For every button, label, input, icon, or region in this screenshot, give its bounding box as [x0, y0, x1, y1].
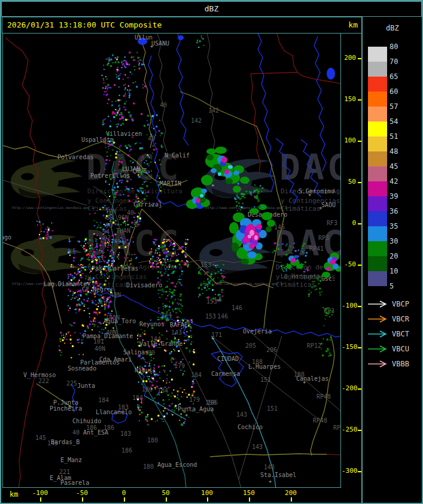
radar-map: DACCDirección de Agriculturay Contingenc…: [2, 33, 341, 488]
bottom-axis-tick-label: -50: [69, 489, 95, 497]
dbz-scale-tick-label: 20: [389, 253, 407, 260]
dbz-scale-tick-label: 51: [389, 133, 407, 141]
timestamp: 2026/01/31 13:18:00 UTC Composite: [7, 17, 162, 33]
dbz-scale-tick-label: 45: [389, 163, 407, 171]
dbz-scale-swatch: [368, 166, 387, 181]
dbz-scale-swatch: [368, 181, 387, 196]
right-axis-tick-label: 0: [342, 220, 356, 227]
dbz-scale-tick-label: 54: [389, 118, 407, 126]
bottom-axis-unit: km: [10, 490, 18, 499]
dbz-scale-swatch: [368, 136, 387, 151]
bottom-axis-tick-label: 200: [278, 489, 304, 497]
dbz-scale-title: dBZ: [386, 24, 399, 32]
dbz-scale-tick-label: 57: [389, 103, 407, 111]
right-axis-tick-label: 200: [342, 54, 356, 62]
panel-divider: [361, 17, 363, 503]
dbz-scale-tick-label: 35: [389, 223, 407, 230]
dbz-scale-tick-label: 42: [389, 178, 407, 186]
dbz-scale-swatch: [368, 211, 387, 226]
bottom-axis: km -100-50050100150200: [2, 488, 361, 503]
dbz-scale-swatch: [368, 226, 387, 241]
dbz-scale-swatch: [368, 241, 387, 256]
bottom-axis-tick: [249, 497, 250, 502]
bottom-axis-tick-label: 50: [153, 489, 179, 497]
dbz-scale-swatch: [368, 122, 387, 136]
km-unit-label: km: [348, 17, 358, 33]
dbz-scale-tick-label: 60: [389, 88, 407, 96]
vector-legend-label: VBCP: [392, 300, 409, 308]
right-axis-tick-label: -150: [342, 344, 356, 351]
right-axis-tick-label: 150: [342, 96, 356, 103]
right-axis-tick-label: -50: [342, 261, 356, 268]
dbz-scale-tick-label: 70: [389, 58, 407, 66]
bottom-axis-tick: [82, 497, 83, 502]
dbz-scale-tick-label: 80: [389, 43, 407, 51]
vector-arrow-icon: [367, 315, 389, 323]
dbz-scale-swatch: [368, 107, 387, 122]
right-axis: 200150100500-50-100-150-200-250-300: [342, 33, 361, 488]
bottom-axis-tick: [291, 497, 292, 502]
dbz-scale-swatch: [368, 62, 387, 77]
info-bar: 2026/01/31 13:18:00 UTC Composite km: [2, 17, 363, 34]
bottom-axis-tick: [40, 497, 41, 502]
dbz-scale-tick-label: 10: [389, 268, 407, 275]
dbz-scale-swatch: [368, 151, 387, 166]
dbz-scale-swatch: [368, 256, 387, 271]
dbz-scale-swatch: [368, 271, 387, 286]
vector-arrow-icon: [367, 345, 389, 353]
dbz-scale-tick-label: 36: [389, 208, 407, 215]
dbz-scale-tick-label: 48: [389, 148, 407, 156]
title-bar: dBZ: [1, 1, 422, 17]
bottom-axis-tick: [124, 497, 125, 502]
vector-arrow-icon: [367, 300, 389, 308]
vector-legend-label: VBBB: [392, 360, 409, 368]
vector-legend-label: VBCT: [392, 330, 409, 338]
bottom-axis-tick: [207, 497, 208, 502]
dbz-scale-swatch: [368, 196, 387, 211]
dbz-scale-tick-label: 30: [389, 238, 407, 245]
radar-composite-screen: dBZ 2026/01/31 13:18:00 UTC Composite km…: [0, 0, 423, 504]
vector-legend-label: VBCU: [392, 345, 409, 353]
right-axis-tick-label: -100: [342, 302, 356, 309]
dbz-scale-tick-label: 39: [389, 193, 407, 201]
dbz-scale-swatch: [368, 77, 387, 92]
bottom-axis-tick-label: 150: [236, 489, 262, 497]
page-title: dBZ: [205, 4, 218, 13]
dbz-scale-swatch: [368, 92, 387, 107]
right-axis-tick-label: -300: [342, 467, 356, 475]
dbz-scale-tick-label: 65: [389, 73, 407, 81]
right-axis-tick-label: 50: [342, 178, 356, 186]
bottom-axis-tick-label: 0: [111, 489, 137, 497]
dbz-scale-swatch: [368, 47, 387, 62]
right-axis-tick-label: -200: [342, 385, 356, 392]
radar-echoes-layer: [2, 33, 341, 488]
vector-arrow-icon: [367, 330, 389, 338]
right-axis-tick-label: 100: [342, 137, 356, 144]
dbz-scale-tick-label: 5: [389, 283, 407, 290]
vector-legend-label: VBCR: [392, 315, 409, 323]
legend-panel: dBZ 807065605754514845423936353020105 VB…: [363, 17, 422, 502]
vector-arrow-icon: [367, 360, 389, 368]
bottom-axis-tick: [166, 497, 167, 502]
right-axis-tick-label: -250: [342, 426, 356, 433]
bottom-axis-tick-label: -100: [27, 489, 53, 497]
bottom-axis-tick-label: 100: [194, 489, 220, 497]
